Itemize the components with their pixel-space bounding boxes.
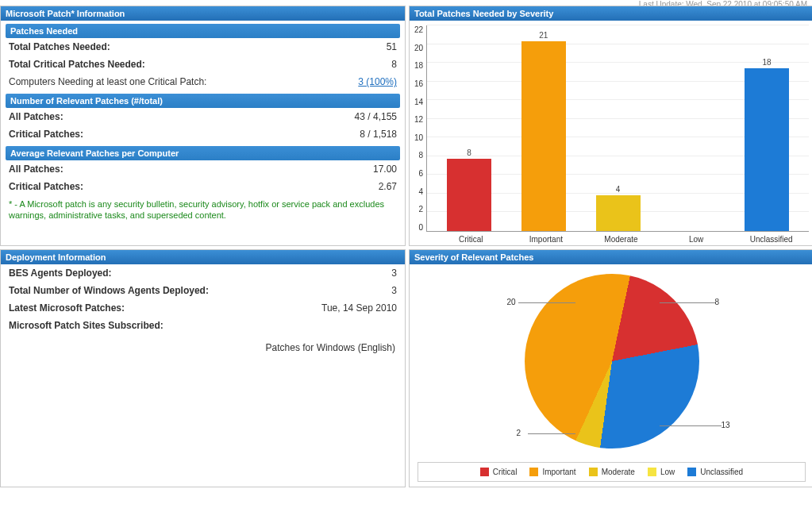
legend-label: Important (542, 468, 575, 476)
panel-title-bar: Total Patches Needed by Severity (410, 6, 812, 21)
row-total-patches: Total Patches Needed: 51 (1, 38, 405, 56)
label: Critical Patches: (9, 129, 83, 140)
label: Latest Microsoft Patches: (9, 302, 125, 314)
bar-critical: 8 (441, 148, 497, 231)
row-sites-subscribed: Microsoft Patch Sites Subscribed: (1, 317, 405, 334)
panel-patch-info: Microsoft Patch* Information Patches Nee… (0, 6, 406, 246)
panel-pie-chart: Severity of Relevant Patches 820213 Crit… (409, 249, 812, 487)
legend-label: Unclassified (700, 468, 743, 476)
row-win-agents: Total Number of Windows Agents Deployed:… (1, 282, 405, 299)
value: 3 (391, 268, 397, 279)
value: Tue, 14 Sep 2010 (321, 302, 397, 314)
bar-x-label: Moderate (593, 235, 648, 244)
row-latest-patches: Latest Microsoft Patches: Tue, 14 Sep 20… (1, 299, 405, 317)
label: Critical Patches: (9, 181, 83, 192)
label: Total Critical Patches Needed: (9, 59, 145, 70)
bar-plot: 821418 (426, 25, 809, 232)
bar-moderate: 4 (591, 185, 646, 231)
row-computers-critical: Computers Needing at least one Critical … (1, 73, 405, 90)
sites-list: Patches for Windows (English) (1, 334, 405, 361)
last-update: Last Update: Wed, Sep 22 2010 at 09:05:5… (0, 0, 812, 6)
bar-x-label: Low (668, 235, 724, 244)
row-critical-relevant: Critical Patches: 8 / 1,518 (1, 125, 405, 143)
bar (596, 195, 641, 231)
label: Computers Needing at least one Critical … (9, 76, 206, 87)
panel-title-pie: Severity of Relevant Patches (410, 250, 812, 264)
value: 8 / 1,518 (360, 129, 397, 140)
footnote: * - A Microsoft patch is any security bu… (1, 195, 405, 226)
bar-important: 21 (516, 31, 571, 231)
bar-x-label: Important (518, 235, 574, 244)
bar-value-label: 8 (467, 148, 471, 157)
pie-value-label: 8 (715, 298, 720, 306)
bar (447, 159, 491, 231)
label: Total Number of Windows Agents Deployed: (9, 285, 209, 296)
legend-label: Moderate (602, 468, 635, 476)
subheader-relevant: Number of Relevant Patches (#/total) (6, 94, 400, 108)
legend-low: Low (648, 468, 675, 476)
bar-unclassified: 18 (739, 58, 795, 231)
legend-label: Critical (493, 468, 518, 476)
pie-value-label: 20 (507, 298, 516, 306)
legend-critical: Critical (480, 468, 518, 476)
bar-value-label: 4 (616, 185, 621, 194)
bar-y-axis: 2220181614121086420 (414, 25, 426, 232)
bar-value-label: 21 (539, 31, 548, 40)
label: All Patches: (9, 164, 63, 175)
row-avg-all: All Patches: 17.00 (1, 160, 405, 178)
legend-moderate: Moderate (589, 468, 635, 476)
legend-important: Important (529, 468, 575, 476)
bar-value-label: 18 (763, 58, 772, 67)
row-bes-agents: BES Agents Deployed: 3 (1, 264, 405, 282)
subheader-patches-needed: Patches Needed (6, 24, 400, 38)
bar-x-labels: CriticalImportantModerateLowUnclassified (414, 232, 809, 244)
value: 3 (391, 285, 397, 296)
pie-value-label: 2 (517, 429, 521, 437)
value: 2.67 (379, 181, 397, 192)
pie-plot: 820213 (525, 274, 699, 448)
value: 17.00 (373, 164, 397, 175)
panel-deployment: Deployment Information BES Agents Deploy… (0, 249, 406, 487)
legend-unclassified: Unclassified (687, 468, 743, 476)
row-avg-critical: Critical Patches: 2.67 (1, 178, 405, 195)
label: Microsoft Patch Sites Subscribed: (9, 320, 164, 331)
row-all-patches-relevant: All Patches: 43 / 4,155 (1, 108, 405, 125)
bar-x-label: Critical (443, 235, 498, 244)
panel-title-deployment: Deployment Information (1, 250, 405, 264)
row-critical-patches: Total Critical Patches Needed: 8 (1, 56, 405, 73)
subheader-avg: Average Relevant Patches per Computer (6, 146, 400, 160)
value: 43 / 4,155 (355, 111, 397, 122)
bar (521, 41, 566, 231)
link-computers-critical[interactable]: 3 (100%) (358, 76, 397, 87)
label: All Patches: (9, 111, 63, 122)
value: 51 (387, 41, 397, 52)
legend-label: Low (660, 468, 675, 476)
label: Total Patches Needed: (9, 41, 110, 52)
bar (745, 68, 789, 231)
legend: Critical Important Moderate Low Unclassi… (418, 462, 806, 482)
value: 8 (391, 59, 397, 70)
panel-bar-chart: Total Patches Needed by Severity 2220181… (409, 6, 812, 246)
pie-value-label: 13 (722, 421, 730, 429)
bar-x-label: Unclassified (744, 235, 799, 244)
label: BES Agents Deployed: (9, 268, 112, 279)
panel-title-patch-info: Microsoft Patch* Information (1, 6, 405, 21)
